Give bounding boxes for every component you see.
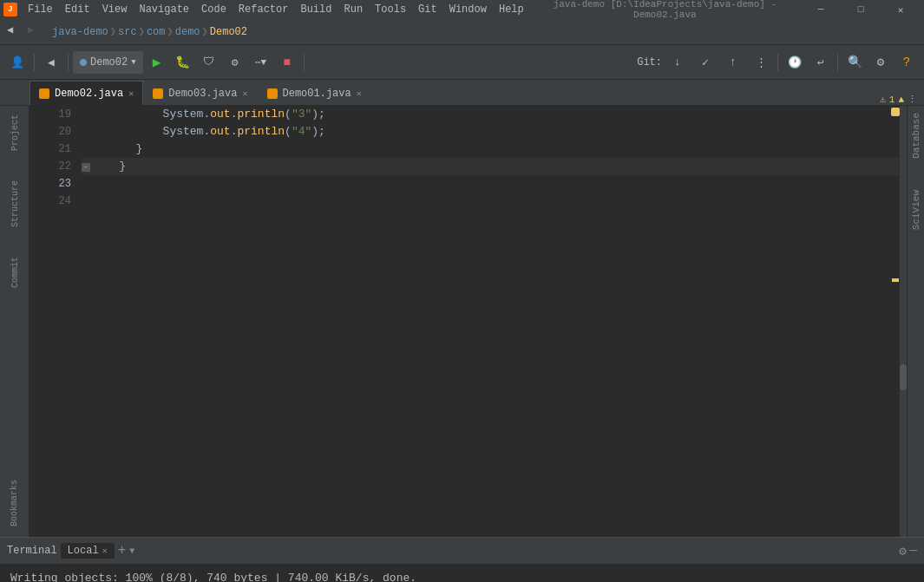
git-commit-button[interactable]: ✓ (693, 50, 718, 75)
breadcrumb-project[interactable]: java-demo (52, 26, 108, 38)
menu-file[interactable]: File (23, 3, 58, 16)
git-area: Git: ↓ ✓ ↑ ⋮ (637, 50, 773, 75)
breadcrumb-src[interactable]: src (118, 26, 137, 38)
close-button[interactable]: ✕ (881, 0, 921, 19)
menu-window[interactable]: Window (444, 3, 492, 16)
tab-icon-demo03 (153, 88, 163, 99)
nav-forward-button[interactable]: ▶ (28, 23, 45, 41)
run-config-selector[interactable]: Demo02 ▼ (73, 51, 143, 74)
toolbar-separator-4 (777, 54, 778, 71)
menu-refactor[interactable]: Refactor (233, 3, 294, 16)
undo-button[interactable]: ↩ (809, 50, 833, 75)
line-num-24: 24 (36, 193, 71, 210)
right-sidebar: Database SciView (907, 106, 924, 537)
menu-bar: J File Edit View Navigate Code Refactor … (0, 0, 924, 19)
code-line-21: } (82, 141, 907, 158)
terminal-settings-button[interactable]: ⚙ (899, 544, 906, 559)
tab-icon-demo01 (267, 88, 278, 99)
code-editor: 19 20 21 22 23 24 System.out.println("3"… (29, 106, 907, 537)
menu-edit[interactable]: Edit (60, 3, 95, 16)
database-panel[interactable]: Database (909, 106, 923, 166)
tab-demo01[interactable]: Demo01.java ✕ (258, 81, 371, 105)
term-line-1: Writing objects: 100% (8/8), 740 bytes |… (10, 569, 914, 582)
breadcrumb-com[interactable]: com (147, 26, 166, 38)
run-config-dropdown-icon: ▼ (131, 58, 135, 67)
line-num-21: 21 (36, 141, 71, 158)
warning-count: 1 (889, 95, 895, 105)
code-lines[interactable]: System.out.println("3"); System.out.prin… (78, 106, 907, 537)
scrollbar-thumb[interactable] (900, 364, 907, 390)
breadcrumb-demo[interactable]: demo (175, 26, 200, 38)
toolbar-separator-2 (68, 54, 69, 71)
line-num-22: 22 (36, 158, 71, 175)
coverage-button[interactable]: 🛡 (197, 50, 221, 75)
toolbar-separator-5 (837, 54, 838, 71)
menu-help[interactable]: Help (494, 3, 529, 16)
structure-icon[interactable]: Structure (3, 175, 27, 232)
menu-git[interactable]: Git (413, 3, 442, 16)
help-button[interactable]: ? (895, 50, 919, 75)
settings-button[interactable]: ⚙ (868, 50, 893, 75)
terminal-local-tab[interactable]: Local ✕ (61, 543, 115, 559)
breadcrumb-current[interactable]: Demo02 (210, 26, 247, 38)
terminal-content[interactable]: Writing objects: 100% (8/8), 740 bytes |… (0, 564, 924, 582)
terminal-add-button[interactable]: + (118, 543, 127, 559)
terminal-minimize-button[interactable]: ─ (910, 544, 917, 558)
tab-close-demo01[interactable]: ✕ (357, 88, 362, 99)
more-run-button[interactable]: ⋯▼ (249, 50, 273, 75)
line-num-23: 23 (36, 175, 71, 193)
warning-up-icon[interactable]: ▲ (898, 95, 904, 105)
code-line-19: System.out.println("3"); (82, 106, 907, 123)
menu-build[interactable]: Build (295, 3, 337, 16)
menu-navigate[interactable]: Navigate (134, 3, 194, 16)
minimize-button[interactable]: ─ (801, 0, 841, 19)
terminal-dropdown-button[interactable]: ▼ (129, 546, 134, 556)
git-more-button[interactable]: ⋮ (749, 50, 773, 75)
search-button[interactable]: 🔍 (842, 50, 867, 75)
menu-view[interactable]: View (97, 3, 133, 16)
fold-icon-23[interactable]: − (82, 163, 90, 172)
breadcrumb: java-demo ❯ src ❯ com ❯ demo ❯ Demo02 (52, 25, 247, 38)
menu-tools[interactable]: Tools (370, 3, 411, 16)
terminal-tab-close[interactable]: ✕ (102, 546, 108, 556)
tab-demo03[interactable]: Demo03.java ✕ (143, 81, 257, 105)
menu-run[interactable]: Run (338, 3, 368, 16)
project-icon[interactable]: Project (3, 109, 27, 156)
vertical-scrollbar[interactable] (900, 106, 907, 537)
nav-bar: ◀ ▶ java-demo ❯ src ❯ com ❯ demo ❯ Demo0… (0, 19, 924, 45)
run-button[interactable]: ▶ (145, 50, 169, 75)
profile-button[interactable]: ⚙ (223, 50, 247, 75)
git-update-button[interactable]: ↓ (665, 50, 690, 75)
search-everywhere-button[interactable]: 👤 (5, 50, 29, 75)
toolbar-separator-1 (34, 54, 35, 71)
tab-bar: Demo02.java ✕ Demo03.java ✕ Demo01.java … (0, 80, 924, 106)
tab-icon-demo02 (39, 88, 49, 99)
left-sidebar: Project Structure Commit Bookmarks (0, 106, 29, 537)
git-push-button[interactable]: ↑ (721, 50, 745, 75)
tab-close-demo03[interactable]: ✕ (242, 88, 247, 99)
terminal-area: Terminal Local ✕ + ▼ ⚙ ─ Writing objects… (0, 537, 924, 582)
history-button[interactable]: 🕐 (783, 50, 807, 75)
stop-button[interactable]: ■ (275, 50, 299, 75)
nav-back-button[interactable]: ◀ (7, 23, 24, 41)
line-num-20: 20 (36, 123, 71, 141)
line-numbers: 19 20 21 22 23 24 (29, 106, 78, 537)
run-config-dot (80, 59, 87, 66)
maximize-button[interactable]: □ (841, 0, 881, 19)
window-controls: ─ □ ✕ (801, 0, 921, 19)
back-button[interactable]: ◀ (39, 50, 63, 75)
git-label: Git: (637, 56, 662, 69)
menu-code[interactable]: Code (196, 3, 232, 16)
tab-close-demo02[interactable]: ✕ (128, 88, 134, 99)
error-stripe (889, 106, 900, 537)
tab-warning: ⚠ 1 ▲ ⋮ (880, 94, 924, 105)
debug-button[interactable]: 🐛 (171, 50, 195, 75)
commit-icon[interactable]: Commit (3, 252, 27, 293)
line-num-19: 19 (36, 106, 71, 123)
warning-more-icon[interactable]: ⋮ (908, 94, 917, 105)
tab-demo02[interactable]: Demo02.java ✕ (29, 81, 143, 105)
code-line-23: − } (82, 158, 907, 175)
bookmark-icon[interactable]: Bookmarks (10, 476, 19, 530)
run-config-label: Demo02 (90, 56, 128, 69)
sciview-panel[interactable]: SciView (909, 183, 923, 237)
